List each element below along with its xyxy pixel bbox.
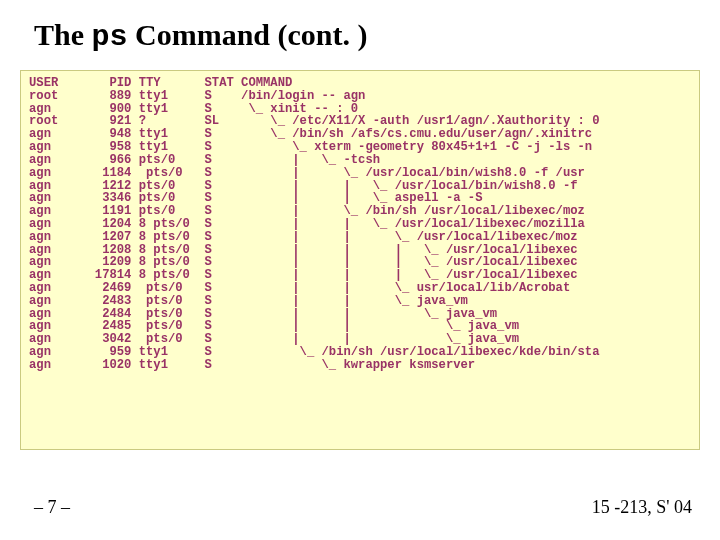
title-mono: ps (92, 20, 128, 54)
slide-title: The ps Command (cont. ) (0, 0, 720, 60)
slide: The ps Command (cont. ) USER PID TTY STA… (0, 0, 720, 540)
page-number: – 7 – (34, 497, 70, 518)
title-text-post: Command (cont. ) (128, 18, 368, 51)
code-box: USER PID TTY STAT COMMAND root 889 tty1 … (20, 70, 700, 450)
course-label: 15 -213, S' 04 (592, 497, 692, 518)
title-text-pre: The (34, 18, 92, 51)
ps-output: USER PID TTY STAT COMMAND root 889 tty1 … (29, 77, 691, 372)
